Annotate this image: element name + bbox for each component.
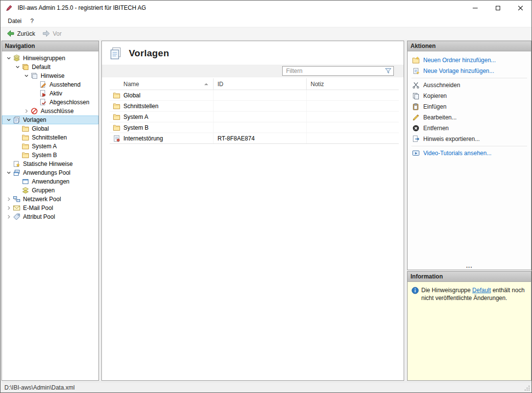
- tree-item-anwendungen[interactable]: Anwendungen: [2, 177, 98, 186]
- gruppen-icon: [22, 186, 29, 194]
- tree-item-system-a[interactable]: System A: [2, 142, 98, 151]
- back-button[interactable]: Zurück: [3, 28, 39, 39]
- tree-item-anwendungs-pool[interactable]: Anwendungs Pool: [2, 168, 98, 177]
- chevron-collapsed-icon[interactable]: [5, 213, 13, 221]
- table-header: Name ID Notiz: [110, 78, 399, 90]
- chevron-spacer: [31, 90, 39, 97]
- resize-grip[interactable]: [524, 385, 531, 392]
- main-panel: Vorlagen Name ID Notiz: [101, 41, 404, 381]
- close-button[interactable]: [509, 0, 532, 15]
- column-header-notiz[interactable]: Notiz: [306, 78, 399, 90]
- action-neue-vorlage-hinzufuegen[interactable]: Neue Vorlage hinzufügen...: [408, 66, 531, 76]
- folder-icon: [113, 113, 121, 121]
- chevron-expanded-icon[interactable]: [23, 72, 30, 80]
- tree-item-aktiv[interactable]: Aktiv: [2, 89, 98, 98]
- chevron-spacer: [14, 186, 22, 194]
- row-name: System B: [123, 124, 148, 131]
- cell-notiz: [306, 112, 399, 122]
- action-ausschneiden[interactable]: Ausschneiden: [408, 80, 531, 91]
- chevron-expanded-icon[interactable]: [5, 54, 13, 62]
- table-row-internetstoerung[interactable]: Internetstörung RT-8F8AE874: [110, 133, 399, 144]
- tree-item-schnittstellen[interactable]: Schnittstellen: [2, 133, 98, 142]
- cell-name: System B: [110, 122, 213, 133]
- edit-pencil-icon: [412, 114, 420, 121]
- table-row-system-b[interactable]: System B: [110, 122, 399, 133]
- page-title: Vorlagen: [129, 48, 169, 59]
- cell-name: System A: [110, 112, 213, 122]
- chevron-spacer: [5, 160, 13, 168]
- tree-item-statische-hinweise[interactable]: Statische Hinweise: [2, 160, 98, 168]
- menu-bar: Datei ?: [0, 15, 532, 27]
- action-video-tutorials-ansehen[interactable]: Video-Tutorials ansehen...: [408, 148, 531, 159]
- chevron-collapsed-icon[interactable]: [5, 195, 13, 203]
- actions-header: Aktionen: [408, 41, 531, 51]
- hinweise-icon: [30, 72, 38, 80]
- column-header-id[interactable]: ID: [213, 78, 306, 90]
- tree-item-ausstehend[interactable]: Ausstehend: [2, 80, 98, 89]
- action-hinweis-exportieren[interactable]: Hinweis exportieren...: [408, 134, 531, 144]
- table-body: Global Schnittstellen System A: [110, 90, 399, 144]
- maximize-button[interactable]: [486, 0, 509, 15]
- action-entfernen[interactable]: Entfernen: [408, 123, 531, 134]
- tree-item-attribut-pool[interactable]: Attribut Pool: [2, 212, 98, 221]
- tree-item-hinweisgruppen[interactable]: Hinweisgruppen: [2, 54, 98, 63]
- cell-notiz: [306, 122, 399, 133]
- tree-item-default[interactable]: Default: [2, 63, 98, 71]
- row-name: System A: [123, 114, 148, 120]
- chevron-collapsed-icon[interactable]: [23, 107, 30, 115]
- info-default-link[interactable]: Default: [472, 287, 491, 294]
- forward-button[interactable]: Vor: [39, 28, 65, 39]
- table-row-schnittstellen[interactable]: Schnittstellen: [110, 101, 399, 112]
- tree-item-email-pool[interactable]: E-Mail Pool: [2, 204, 98, 212]
- chevron-spacer: [14, 125, 22, 133]
- ausstehend-icon: [39, 81, 47, 89]
- action-bearbeiten[interactable]: Bearbeiten...: [408, 112, 531, 123]
- action-neuen-ordner-hinzufuegen[interactable]: Neuen Ordner hinzufügen...: [408, 55, 531, 66]
- filter-icon[interactable]: [385, 67, 392, 74]
- app-icon[interactable]: [5, 4, 13, 12]
- tree-item-label: Vorlagen: [23, 116, 46, 123]
- new-template-icon: [412, 67, 420, 75]
- tree-item-global[interactable]: Global: [2, 124, 98, 133]
- tree-item-label: Statische Hinweise: [23, 161, 73, 167]
- chevron-spacer: [31, 81, 39, 89]
- vorlagen-page-icon: [109, 46, 122, 60]
- folder-icon: [22, 142, 29, 150]
- minimize-button[interactable]: [464, 0, 486, 15]
- chevron-expanded-icon[interactable]: [14, 63, 22, 71]
- chevron-expanded-icon[interactable]: [5, 116, 13, 124]
- table-row-global[interactable]: Global: [110, 90, 399, 101]
- action-kopieren[interactable]: Kopieren: [408, 91, 531, 101]
- row-name: Schnittstellen: [123, 103, 158, 110]
- table-row-system-a[interactable]: System A: [110, 112, 399, 122]
- menu-datei[interactable]: Datei: [3, 16, 26, 26]
- statische-hinweise-icon: [13, 160, 21, 168]
- filter-input[interactable]: [282, 66, 394, 76]
- filter-box: [282, 66, 394, 76]
- template-icon: [113, 135, 121, 142]
- action-label: Kopieren: [423, 92, 447, 99]
- column-header-name[interactable]: Name: [110, 78, 213, 90]
- tree-item-hinweise[interactable]: Hinweise: [2, 71, 98, 80]
- netzwerk-pool-icon: [13, 195, 21, 203]
- default-group-icon: [22, 63, 29, 71]
- close-icon: [518, 5, 523, 11]
- chevron-expanded-icon[interactable]: [5, 169, 13, 177]
- tree-item-abgeschlossen[interactable]: Abgeschlossen: [2, 98, 98, 107]
- tree-item-gruppen[interactable]: Gruppen: [2, 186, 98, 195]
- forward-label: Vor: [53, 30, 62, 37]
- tree-item-label: Aktiv: [49, 90, 62, 97]
- chevron-spacer: [31, 98, 39, 106]
- tree-item-ausschluesse[interactable]: Ausschlüsse: [2, 107, 98, 116]
- action-einfuegen[interactable]: Einfügen: [408, 101, 531, 112]
- vorlagen-icon: [13, 116, 21, 124]
- tree-item-label: Global: [32, 125, 49, 132]
- chevron-collapsed-icon[interactable]: [5, 204, 13, 212]
- tree-item-netzwerk-pool[interactable]: Netzwerk Pool: [2, 195, 98, 204]
- panel-splitter-handle[interactable]: ...: [408, 264, 531, 270]
- tree-item-system-b[interactable]: System B: [2, 151, 98, 160]
- sort-ascending-icon: [204, 83, 208, 85]
- menu-help[interactable]: ?: [26, 16, 38, 26]
- abgeschlossen-icon: [39, 98, 47, 106]
- tree-item-vorlagen[interactable]: Vorlagen: [2, 116, 98, 124]
